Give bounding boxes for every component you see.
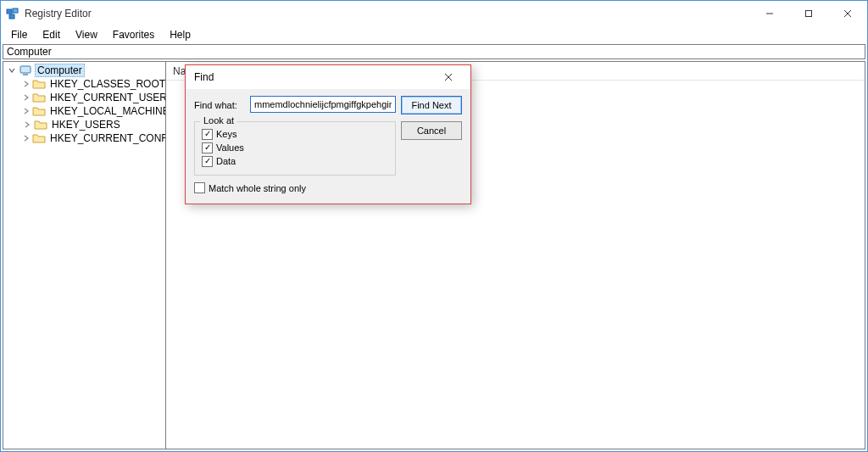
checkbox-checked-icon[interactable]: ✓ [202,142,213,153]
tree-label: HKEY_CURRENT_CONFIG [48,132,166,144]
svg-rect-8 [23,74,28,75]
tree-label: HKEY_CURRENT_USER [48,92,166,103]
menu-favorites[interactable]: Favorites [106,27,161,42]
tree-label: HKEY_USERS [50,119,122,131]
dialog-title-text: Find [194,71,214,83]
svg-rect-4 [806,11,812,17]
menubar: File Edit View Favorites Help [1,26,867,43]
address-text: Computer [7,46,52,58]
find-what-input[interactable] [250,96,396,113]
expander-closed-icon[interactable] [22,106,31,116]
computer-icon [19,64,32,77]
tree-item-hkcc[interactable]: HKEY_CURRENT_CONFIG [3,131,165,145]
menu-view[interactable]: View [69,27,104,42]
tree-root-computer[interactable]: Computer [3,64,165,77]
keys-checkbox-row[interactable]: ✓ Keys [202,127,388,141]
tree-item-hku[interactable]: HKEY_USERS [3,118,165,131]
dialog-titlebar[interactable]: Find [186,65,470,89]
tree-label: HKEY_CLASSES_ROOT [48,78,166,90]
tree-item-hkcu[interactable]: HKEY_CURRENT_USER [3,91,165,104]
data-label: Data [216,156,236,166]
keys-label: Keys [216,129,236,139]
maximize-button[interactable] [789,1,828,26]
close-button[interactable] [828,1,867,26]
regedit-icon [6,7,19,20]
tree-root-label: Computer [35,64,85,77]
svg-rect-2 [9,14,14,19]
titlebar[interactable]: Registry Editor [1,1,867,26]
dialog-close-button[interactable] [431,65,465,89]
checkbox-unchecked-icon[interactable] [194,182,205,193]
expander-closed-icon[interactable] [22,120,32,130]
match-whole-label: Match whole string only [209,183,306,193]
menu-edit[interactable]: Edit [36,27,67,42]
minimize-button[interactable] [750,1,789,26]
svg-rect-1 [13,8,18,13]
look-at-group: Look at ✓ Keys ✓ Values ✓ Data [194,121,396,176]
menu-help[interactable]: Help [163,27,198,42]
find-dialog[interactable]: Find Find what: Find Next Look at ✓ Keys… [185,64,471,204]
tree-label: HKEY_LOCAL_MACHINE [48,105,166,117]
expander-closed-icon[interactable] [22,133,31,143]
find-what-label: Find what: [194,100,245,110]
expander-closed-icon[interactable] [22,79,31,89]
folder-icon [32,131,46,145]
cancel-button[interactable]: Cancel [401,121,462,140]
folder-icon [32,91,46,104]
menu-file[interactable]: File [4,27,34,42]
address-bar[interactable]: Computer [3,44,865,59]
dialog-body: Find what: Find Next Look at ✓ Keys ✓ Va… [186,89,470,204]
data-checkbox-row[interactable]: ✓ Data [202,154,388,168]
folder-icon [32,77,46,91]
expander-open-icon[interactable] [7,65,17,75]
svg-rect-0 [7,9,12,14]
expander-closed-icon[interactable] [22,92,31,103]
checkbox-checked-icon[interactable]: ✓ [202,156,213,167]
window-controls [750,1,867,26]
svg-rect-7 [20,66,31,73]
values-checkbox-row[interactable]: ✓ Values [202,141,388,154]
look-at-label: Look at [200,115,237,126]
find-next-button[interactable]: Find Next [401,96,462,114]
checkbox-checked-icon[interactable]: ✓ [202,129,213,140]
tree-item-hkcr[interactable]: HKEY_CLASSES_ROOT [3,77,165,91]
values-label: Values [216,142,244,153]
folder-icon [34,118,47,131]
tree-item-hklm[interactable]: HKEY_LOCAL_MACHINE [3,104,165,118]
folder-icon [32,104,46,118]
window-title: Registry Editor [25,8,92,20]
tree-pane[interactable]: Computer HKEY_CLASSES_ROOT HKEY_CURRENT_ [3,62,166,449]
match-whole-row[interactable]: Match whole string only [194,182,396,193]
